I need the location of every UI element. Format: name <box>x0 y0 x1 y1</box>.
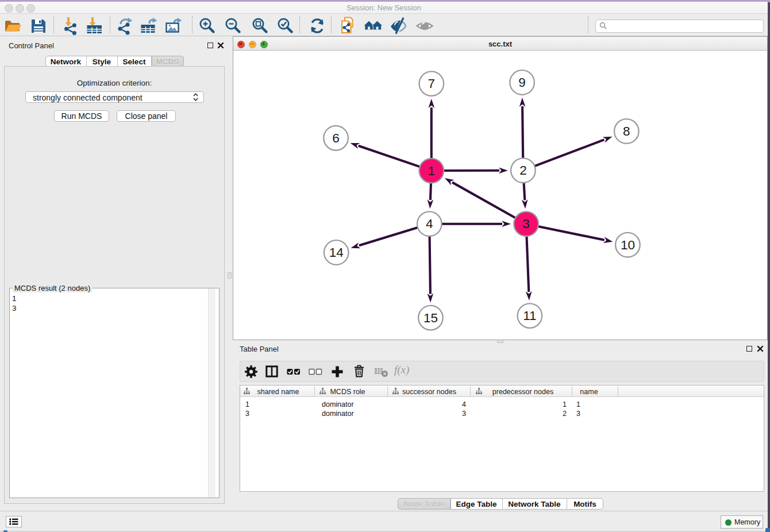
svg-text:11: 11 <box>523 309 536 323</box>
svg-text:7: 7 <box>428 76 436 91</box>
svg-text:15: 15 <box>424 311 438 325</box>
svg-text:1: 1 <box>428 164 436 178</box>
svg-text:2: 2 <box>519 163 527 178</box>
svg-text:6: 6 <box>332 131 340 145</box>
svg-text:3: 3 <box>522 217 530 231</box>
svg-text:8: 8 <box>623 124 630 138</box>
svg-text:10: 10 <box>621 238 635 252</box>
svg-text:9: 9 <box>518 75 526 90</box>
svg-text:14: 14 <box>329 245 344 260</box>
svg-text:4: 4 <box>426 217 433 231</box>
